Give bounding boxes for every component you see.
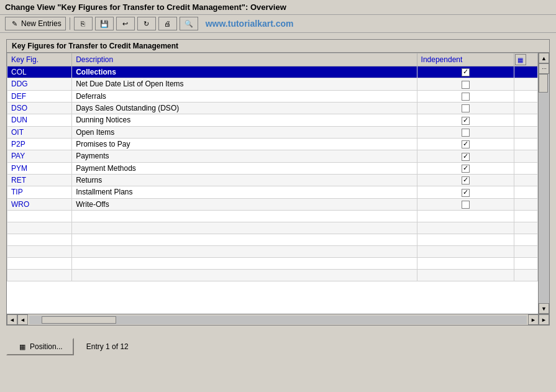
- cell-description: Days Sales Outstanding (DSO): [72, 102, 417, 114]
- h-scroll-right2-button[interactable]: ►: [539, 314, 549, 325]
- find-button[interactable]: 🔍: [180, 17, 198, 30]
- independent-checkbox[interactable]: [462, 189, 470, 197]
- cell-independent[interactable]: [417, 186, 514, 198]
- cell-description: Returns: [72, 174, 417, 186]
- cell-description: Payments: [72, 150, 417, 162]
- position-icon: ▦: [17, 342, 27, 352]
- main-content: Key Figures for Transfer to Credit Manag…: [0, 33, 556, 332]
- table-row-empty: [7, 245, 538, 257]
- table-row[interactable]: PYMPayment Methods: [7, 162, 538, 174]
- cell-empty: [7, 234, 72, 245]
- cell-empty: [417, 257, 514, 269]
- scroll-down-button[interactable]: ▼: [539, 303, 549, 314]
- cell-description: Installment Plans: [72, 186, 417, 198]
- cell-empty: [72, 222, 417, 234]
- cell-empty: [514, 222, 537, 234]
- refresh-icon: ↻: [142, 19, 152, 29]
- h-scroll-track[interactable]: [29, 316, 527, 324]
- independent-checkbox[interactable]: [462, 140, 470, 148]
- independent-checkbox[interactable]: [462, 165, 470, 173]
- cell-independent[interactable]: [417, 126, 514, 138]
- independent-checkbox[interactable]: [462, 201, 470, 209]
- table-row-empty: [7, 269, 538, 281]
- scroll-track[interactable]: [539, 74, 549, 303]
- split-button[interactable]: ⋯: [539, 63, 549, 74]
- table-row[interactable]: DEFDeferrals: [7, 90, 538, 102]
- cell-independent[interactable]: [417, 66, 514, 78]
- cell-independent[interactable]: [417, 150, 514, 162]
- independent-checkbox[interactable]: [462, 129, 470, 137]
- cell-empty: [417, 245, 514, 257]
- table-row[interactable]: DSODays Sales Outstanding (DSO): [7, 102, 538, 114]
- cell-extra: [514, 150, 537, 162]
- cell-extra: [514, 78, 537, 90]
- cell-empty: [72, 257, 417, 269]
- table-row[interactable]: RETReturns: [7, 174, 538, 186]
- footer: ▦ Position... Entry 1 of 12: [0, 332, 556, 362]
- cell-keyfig: COL: [7, 66, 72, 78]
- table-row[interactable]: WROWrite-Offs: [7, 198, 538, 210]
- cell-keyfig: DUN: [7, 114, 72, 126]
- independent-checkbox[interactable]: [462, 81, 470, 89]
- table-wrapper: Key Fig. Description Independent ▦: [7, 53, 549, 314]
- h-scroll-left-button[interactable]: ◄: [7, 314, 17, 325]
- title-bar: Change View "Key Figures for Transfer to…: [0, 0, 556, 15]
- col-header-description[interactable]: Description: [72, 53, 417, 66]
- print-button[interactable]: 🖨: [158, 17, 177, 30]
- independent-checkbox[interactable]: [462, 93, 470, 101]
- vertical-scrollbar[interactable]: ▲ ⋯ ▼: [538, 53, 549, 314]
- col-header-independent[interactable]: Independent: [417, 53, 514, 66]
- copy-button[interactable]: ⎘: [74, 17, 93, 30]
- cell-keyfig: DDG: [7, 78, 72, 90]
- cell-description: Payment Methods: [72, 162, 417, 174]
- cell-empty: [72, 234, 417, 245]
- cell-empty: [72, 269, 417, 281]
- table-row[interactable]: TIPInstallment Plans: [7, 186, 538, 198]
- table-header-row: Key Fig. Description Independent ▦: [7, 53, 538, 66]
- cell-independent[interactable]: [417, 198, 514, 210]
- table-row[interactable]: DUNDunning Notices: [7, 114, 538, 126]
- col-header-settings[interactable]: ▦: [514, 53, 537, 66]
- cell-extra: [514, 162, 537, 174]
- h-scroll-right-button[interactable]: ►: [528, 314, 539, 325]
- table-row[interactable]: PAYPayments: [7, 150, 538, 162]
- new-entries-button[interactable]: ✎ New Entries: [5, 17, 66, 30]
- independent-checkbox[interactable]: [462, 68, 470, 76]
- table-row[interactable]: P2PPromises to Pay: [7, 138, 538, 150]
- scroll-thumb[interactable]: [539, 74, 548, 93]
- cell-keyfig: PAY: [7, 150, 72, 162]
- h-scroll-left2-button[interactable]: ◄: [17, 314, 28, 325]
- independent-checkbox[interactable]: [462, 117, 470, 125]
- table-row[interactable]: COLCollections: [7, 66, 538, 78]
- independent-checkbox[interactable]: [462, 153, 470, 161]
- cell-description: Open Items: [72, 126, 417, 138]
- col-header-keyfig[interactable]: Key Fig.: [7, 53, 72, 66]
- refresh-button[interactable]: ↻: [137, 17, 156, 30]
- cell-independent[interactable]: [417, 138, 514, 150]
- table-row[interactable]: OITOpen Items: [7, 126, 538, 138]
- undo-button[interactable]: ↩: [116, 17, 135, 30]
- settings-icon[interactable]: ▦: [515, 54, 526, 65]
- main-panel: Key Figures for Transfer to Credit Manag…: [6, 39, 550, 326]
- cell-independent[interactable]: [417, 102, 514, 114]
- horizontal-scrollbar[interactable]: ◄ ◄ ► ►: [7, 314, 549, 325]
- table-row-empty: [7, 210, 538, 222]
- scroll-up-button[interactable]: ▲: [539, 53, 549, 63]
- cell-extra: [514, 90, 537, 102]
- cell-description: Promises to Pay: [72, 138, 417, 150]
- cell-independent[interactable]: [417, 90, 514, 102]
- cell-independent[interactable]: [417, 78, 514, 90]
- cell-empty: [417, 222, 514, 234]
- cell-independent[interactable]: [417, 162, 514, 174]
- independent-checkbox[interactable]: [462, 176, 470, 185]
- cell-empty: [514, 245, 537, 257]
- cell-independent[interactable]: [417, 114, 514, 126]
- cell-empty: [417, 210, 514, 222]
- cell-independent[interactable]: [417, 174, 514, 186]
- h-scroll-thumb[interactable]: [42, 316, 116, 324]
- position-button[interactable]: ▦ Position...: [6, 338, 74, 355]
- table-row[interactable]: DDGNet Due Date List of Open Items: [7, 78, 538, 90]
- title-text: Change View "Key Figures for Transfer to…: [5, 2, 286, 12]
- independent-checkbox[interactable]: [462, 104, 470, 112]
- save-button[interactable]: 💾: [95, 17, 114, 30]
